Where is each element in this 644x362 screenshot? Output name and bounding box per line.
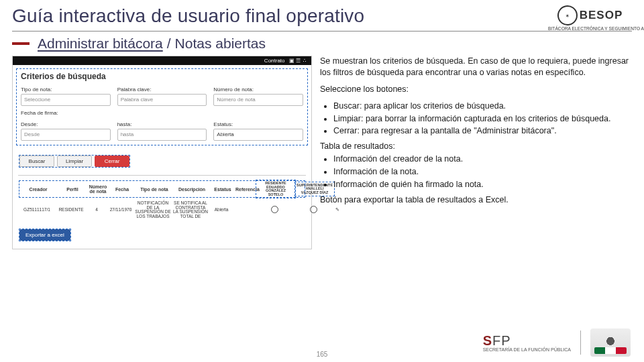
th-fecha: Fecha (109, 187, 135, 192)
breadcrumb-main: Administrar bitácora (38, 36, 163, 52)
td-estatus: Abierta (210, 208, 233, 213)
field-hasta[interactable]: hasta (117, 129, 207, 141)
instructions: Se muestran los criterios de búsqueda. E… (320, 56, 632, 211)
td-tipo: NOTIFICACIÓN DE LA SUSPENSIÓN DE LOS TRA… (135, 201, 171, 219)
mock-top-icons: ▣ ☰ ⛬ (289, 58, 307, 64)
breadcrumb: Administrar bitácora / Notas abiertas (12, 36, 632, 52)
buscar-button[interactable]: Buscar (19, 156, 54, 167)
mock-topbar: Contrato ▣ ☰ ⛬ (13, 56, 311, 65)
sfp-logo: SFP SECRETARÍA DE LA FUNCIÓN PÚBLICA (483, 334, 571, 352)
breadcrumb-sep: / (167, 36, 171, 52)
th-perfil: Perfil (58, 187, 87, 192)
instr-bullet-t1: Información del creador de la nota. (333, 154, 632, 165)
label-tipo-nota: Tipo de nota: (21, 86, 111, 93)
th-estatus: Estatus (211, 187, 234, 192)
instr-p2: Seleccione los botones: (320, 84, 632, 95)
mexico-seal-icon (590, 328, 631, 357)
exportar-button[interactable]: Exportar a excel (19, 229, 70, 241)
sfp-p: P (501, 333, 511, 348)
td-sig1 (256, 206, 293, 215)
td-creador: GZ5111117/1 (18, 208, 56, 213)
td-fecha: 27/11/1970 (108, 208, 133, 213)
label-desde: Desde: (21, 121, 111, 127)
label-numero: Número de nota: (213, 86, 303, 93)
label-hasta: hasta: (117, 121, 207, 127)
footer-logos: SFP SECRETARÍA DE LA FUNCIÓN PÚBLICA (483, 328, 631, 357)
instr-bullet-limpiar: Limpiar: para borrar la información capt… (333, 113, 632, 125)
besop-subtitle: BITÁCORA ELECTRÓNICA Y SEGUIMIENTO A OBR… (548, 26, 632, 31)
mock-section-title: Criterios de búsqueda (15, 68, 309, 84)
th-tipo: Tipo de nota (136, 187, 172, 192)
cerrar-button[interactable]: Cerrar (95, 156, 129, 167)
screenshot-mock: Contrato ▣ ☰ ⛬ Criterios de búsqueda Tip… (12, 56, 312, 249)
field-desde[interactable]: Desde (21, 129, 111, 141)
page-title: Guía interactiva de usuario final operat… (12, 5, 632, 27)
instr-bullet-cerrar: Cerrar: para regresar a la pantalla de "… (333, 125, 632, 137)
page-number: 165 (317, 351, 328, 358)
td-numero: 4 (87, 208, 107, 213)
breadcrumb-sub: Notas abiertas (175, 36, 266, 52)
label-fecha: Fecha de firma: (21, 110, 303, 116)
field-tipo-nota[interactable]: Seleccione (21, 94, 111, 106)
instr-p1: Se muestran los criterios de búsqueda. E… (320, 56, 632, 78)
limpiar-button[interactable]: Limpiar (57, 156, 92, 167)
field-numero[interactable]: Número de nota (213, 94, 303, 106)
sfp-sub: SECRETARÍA DE LA FUNCIÓN PÚBLICA (483, 347, 571, 352)
accent-bar (12, 42, 30, 45)
instr-bullet-t2: Información de la nota. (333, 166, 632, 178)
label-estatus: Estatus: (213, 121, 303, 127)
besop-logo: ✶ BESOP BITÁCORA ELECTRÓNICA Y SEGUIMIEN… (548, 5, 632, 31)
th-referencia: Referencia (235, 187, 256, 192)
instr-p3: Tabla de resultados: (320, 141, 632, 152)
label-palabra: Palabra clave: (117, 86, 207, 93)
instr-p4: Botón para exportar la tabla de resultad… (320, 194, 632, 206)
field-estatus[interactable]: Abierta (213, 129, 303, 141)
td-perfil: RESIDENTE (57, 208, 85, 213)
th-creador: Creador (19, 187, 57, 192)
th-numero: Número de nota (88, 184, 108, 194)
field-palabra[interactable]: Palabra clave (117, 94, 207, 106)
sfp-f: F (492, 333, 501, 348)
th-sig1: RESIDENTE EDUARDO GONZÁLEZ SOTELO (257, 181, 294, 197)
th-descripcion: Descripción (174, 187, 210, 192)
divider (12, 31, 632, 32)
td-descripcion: SE NOTIFICA AL CONTRATISTA LA SUSPENSIÓN… (172, 201, 209, 219)
mock-contract-label: Contrato (264, 58, 285, 64)
instr-bullet-t3: Información de quién ha firmado la nota. (333, 179, 632, 190)
instr-bullet-buscar: Buscar: para aplicar los criterios de bú… (333, 101, 632, 112)
besop-name: BESOP (580, 9, 623, 22)
